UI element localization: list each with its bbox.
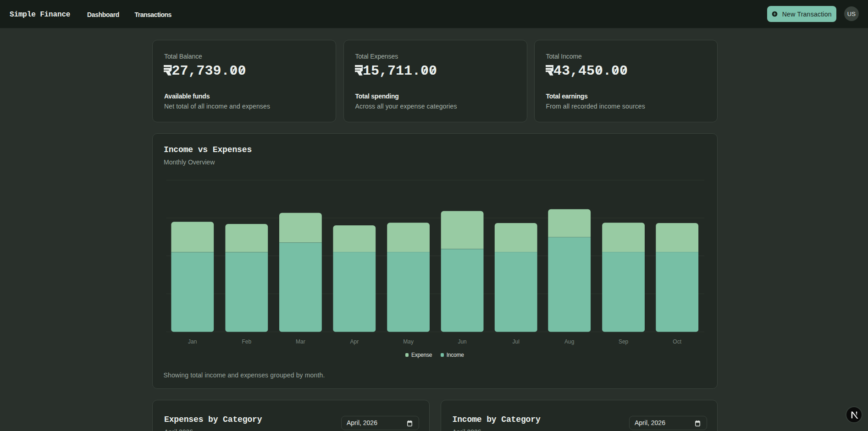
svg-text:Aug: Aug [564,338,574,345]
svg-text:Jan: Jan [188,338,197,345]
svg-text:May: May [403,338,414,345]
svg-text:Feb: Feb [242,338,251,345]
svg-text:Jul: Jul [513,338,520,345]
svg-text:Oct: Oct [673,338,681,345]
svg-text:Mar: Mar [296,338,305,345]
svg-text:Sep: Sep [619,338,629,345]
svg-text:Jun: Jun [458,338,466,345]
svg-text:Apr: Apr [350,338,359,345]
